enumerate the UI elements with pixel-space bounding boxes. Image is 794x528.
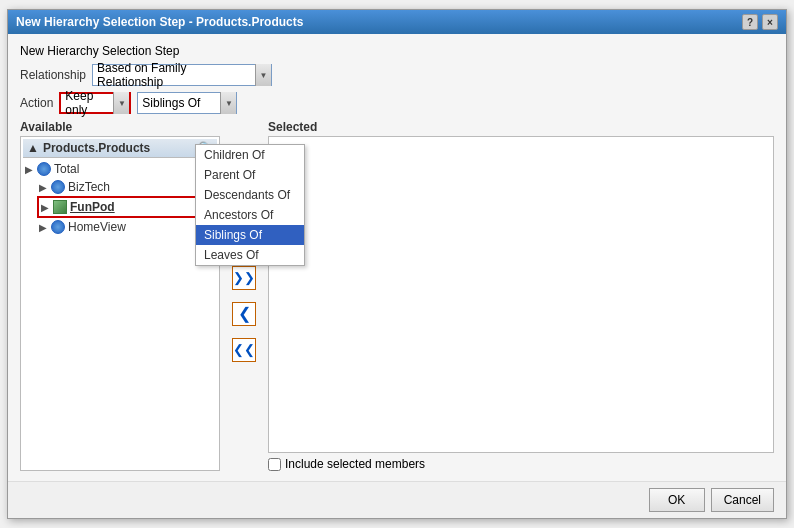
menu-item-leaves-of[interactable]: Leaves Of xyxy=(196,245,304,265)
total-children: ▶ BizTech ▶ FunPod xyxy=(37,178,217,236)
sibling-dropdown-arrow[interactable]: ▼ xyxy=(220,92,236,114)
selected-panel: Selected Include selected members xyxy=(268,120,774,471)
available-title: Available xyxy=(20,120,220,134)
sibling-select[interactable]: Siblings Of ▼ xyxy=(137,92,237,114)
expand-homeview[interactable]: ▶ xyxy=(39,222,51,233)
step-label-row: New Hierarchy Selection Step xyxy=(20,44,774,58)
tree-item-homeview[interactable]: ▶ HomeView xyxy=(37,218,217,236)
include-members-label: Include selected members xyxy=(285,457,425,471)
tree-item-biztech[interactable]: ▶ BizTech xyxy=(37,178,217,196)
biztech-label: BizTech xyxy=(68,180,110,194)
action-select[interactable]: Keep only ▼ xyxy=(59,92,131,114)
title-bar-buttons: ? × xyxy=(742,14,778,30)
dialog: New Hierarchy Selection Step - Products.… xyxy=(7,9,787,519)
tree-item-total[interactable]: ▶ Total xyxy=(23,160,217,178)
main-content: Available ▲ Products.Products 🔍 ▶ Total xyxy=(20,120,774,471)
include-members-checkbox[interactable] xyxy=(268,458,281,471)
tree-area: ▲ Products.Products 🔍 ▶ Total xyxy=(20,136,220,471)
move-right-all-button[interactable]: ❯❯ xyxy=(232,266,256,290)
action-row: Action Keep only ▼ Siblings Of ▼ Childre… xyxy=(20,92,774,114)
sibling-value: Siblings Of xyxy=(138,96,220,110)
relationship-dropdown-arrow[interactable]: ▼ xyxy=(255,64,271,86)
title-bar: New Hierarchy Selection Step - Products.… xyxy=(8,10,786,34)
total-globe-icon xyxy=(37,162,51,176)
biztech-globe-icon xyxy=(51,180,65,194)
action-value: Keep only xyxy=(61,89,113,117)
relationship-select[interactable]: Based on Family Relationship ▼ xyxy=(92,64,272,86)
menu-item-parent-of[interactable]: Parent Of xyxy=(196,165,304,185)
relationship-row: Relationship Based on Family Relationshi… xyxy=(20,64,774,86)
siblings-dropdown-menu: Children Of Parent Of Descendants Of Anc… xyxy=(195,144,305,266)
menu-item-children-of[interactable]: Children Of xyxy=(196,145,304,165)
step-label: New Hierarchy Selection Step xyxy=(20,44,179,58)
menu-item-siblings-of[interactable]: Siblings Of xyxy=(196,225,304,245)
funpod-label: FunPod xyxy=(70,200,115,214)
total-label: Total xyxy=(54,162,79,176)
action-dropdown-arrow[interactable]: ▼ xyxy=(113,92,129,114)
homeview-globe-icon xyxy=(51,220,65,234)
folder-expand-icon: ▲ xyxy=(27,141,39,155)
action-label: Action xyxy=(20,96,53,110)
dialog-body: New Hierarchy Selection Step Relationshi… xyxy=(8,34,786,481)
dialog-title: New Hierarchy Selection Step - Products.… xyxy=(16,15,303,29)
tree-root: ▶ Total ▶ BizTech xyxy=(23,158,217,238)
available-panel: Available ▲ Products.Products 🔍 ▶ Total xyxy=(20,120,220,471)
tree-header: ▲ Products.Products 🔍 xyxy=(23,139,217,158)
menu-item-ancestors-of[interactable]: Ancestors Of xyxy=(196,205,304,225)
close-button[interactable]: × xyxy=(762,14,778,30)
selected-area xyxy=(268,136,774,453)
relationship-value: Based on Family Relationship xyxy=(93,61,255,89)
move-left-single-button[interactable]: ❮ xyxy=(232,302,256,326)
expand-funpod[interactable]: ▶ xyxy=(41,202,53,213)
relationship-label: Relationship xyxy=(20,68,86,82)
tree-item-funpod[interactable]: ▶ FunPod xyxy=(37,196,217,218)
homeview-label: HomeView xyxy=(68,220,126,234)
cancel-button[interactable]: Cancel xyxy=(711,488,774,512)
expand-biztech[interactable]: ▶ xyxy=(39,182,51,193)
move-left-all-button[interactable]: ❮❮ xyxy=(232,338,256,362)
help-button[interactable]: ? xyxy=(742,14,758,30)
include-members-row: Include selected members xyxy=(268,457,774,471)
tree-header-label: Products.Products xyxy=(43,141,150,155)
ok-button[interactable]: OK xyxy=(649,488,705,512)
expand-total[interactable]: ▶ xyxy=(25,164,37,175)
menu-item-descendants-of[interactable]: Descendants Of xyxy=(196,185,304,205)
dialog-footer: OK Cancel xyxy=(8,481,786,518)
funpod-cube-icon xyxy=(53,200,67,214)
selected-title: Selected xyxy=(268,120,774,134)
